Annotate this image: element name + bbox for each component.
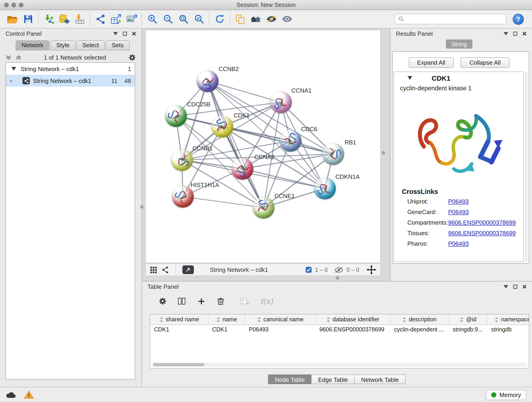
maximize-panel-icon[interactable] (513, 32, 517, 36)
disclosure-triangle-icon[interactable] (407, 76, 412, 80)
splitter-handle[interactable] (382, 151, 385, 154)
table-cell[interactable]: cyclin-dependent ... (390, 325, 449, 334)
network-node-cdc6[interactable] (279, 130, 302, 152)
function-builder-icon[interactable]: f(x) (260, 297, 273, 306)
save-session-button[interactable] (20, 12, 36, 26)
hidden-eye-slash-icon[interactable] (334, 266, 344, 274)
column-header-canonical-name[interactable]: canonical name (245, 314, 316, 325)
crosslink-link[interactable]: P06493 (448, 209, 469, 216)
disclosure-triangle-icon[interactable] (12, 67, 16, 70)
maximize-panel-icon[interactable] (513, 284, 517, 288)
refresh-view-button[interactable] (212, 12, 227, 26)
tab-sets[interactable]: Sets (106, 40, 129, 51)
table-cell[interactable]: 9606.ENSP00000378699 (316, 325, 390, 334)
maximize-panel-icon[interactable] (123, 32, 127, 36)
selected-checkbox-icon[interactable] (305, 266, 312, 273)
zoom-fit-button[interactable] (176, 12, 191, 26)
cloud-icon[interactable] (6, 391, 17, 399)
open-in-window-button[interactable] (182, 265, 194, 274)
table-cell[interactable]: CDK1 (150, 325, 209, 334)
gear-icon[interactable] (158, 297, 167, 305)
new-network-button[interactable] (93, 12, 108, 26)
network-node-ccnb2[interactable] (196, 70, 219, 92)
expand-all-button[interactable]: Expand All (409, 57, 454, 68)
import-network-from-database-button[interactable] (56, 12, 72, 26)
import-network-from-file-button[interactable] (41, 12, 56, 26)
table-cell[interactable]: CDK1 (209, 325, 245, 334)
share-network-small-icon[interactable] (161, 266, 169, 274)
close-panel-icon[interactable] (522, 284, 526, 288)
export-network-image-button[interactable] (124, 12, 139, 26)
import-table-from-file-button[interactable] (72, 12, 88, 26)
search-input[interactable] (407, 15, 503, 23)
warning-icon[interactable] (24, 390, 34, 399)
tab-node-table[interactable]: Node Table (268, 375, 312, 384)
scrollbar-thumb[interactable] (153, 363, 204, 366)
show-columns-icon[interactable] (177, 297, 186, 306)
splitter-handle[interactable] (140, 205, 143, 209)
zoom-in-button[interactable] (144, 12, 160, 26)
horizontal-scrollbar[interactable] (152, 363, 527, 367)
network-node-ccna1[interactable] (270, 91, 292, 113)
crosslink-link[interactable]: P06493 (448, 198, 469, 205)
network-collection-row[interactable]: String Network – cdk1 1 (6, 63, 135, 75)
birdseye-view-icon[interactable] (150, 266, 157, 274)
column-header-description[interactable]: description (390, 314, 449, 325)
float-panel-icon[interactable] (504, 32, 508, 35)
gear-icon[interactable] (128, 53, 136, 61)
tab-edge-table[interactable]: Edge Table (311, 375, 355, 384)
column-header-namespace[interactable]: namespace (488, 314, 529, 325)
table-cell[interactable]: P06493 (245, 325, 316, 334)
results-scrollbar[interactable] (525, 71, 528, 262)
delete-table-icon-disabled[interactable] (240, 297, 250, 306)
help-button[interactable]: ? (513, 13, 524, 25)
open-session-button[interactable] (5, 12, 20, 26)
column-header-database-identifier[interactable]: database identifier (316, 314, 390, 325)
crosslink-link[interactable]: 9606.ENSP00000378699 (448, 230, 516, 236)
column-header-name[interactable]: name (209, 314, 245, 325)
tab-string[interactable]: String (446, 39, 472, 49)
delete-column-icon[interactable] (216, 297, 225, 306)
tab-network-table[interactable]: Network Table (354, 375, 405, 384)
copy-document-button[interactable] (232, 12, 248, 26)
expand-all-icon[interactable] (16, 54, 22, 60)
close-panel-icon[interactable] (132, 32, 136, 36)
float-panel-icon[interactable] (504, 285, 508, 288)
node-label-ccne1: CCNE1 (274, 192, 295, 199)
network-node-ccnb1[interactable] (171, 149, 193, 171)
tab-network[interactable]: Network (16, 40, 49, 51)
float-panel-icon[interactable] (113, 32, 118, 35)
tab-select[interactable]: Select (76, 40, 105, 51)
tab-style[interactable]: Style (50, 40, 75, 51)
zoom-selected-button[interactable] (191, 12, 207, 26)
network-node-cdc25b[interactable] (165, 105, 187, 127)
layout-button[interactable] (248, 12, 264, 26)
column-header-shared-name[interactable]: shared name (150, 314, 209, 325)
network-node-cdk1[interactable] (211, 115, 233, 138)
crosslink-link[interactable]: 9606.ENSP00000378699 (448, 219, 516, 226)
network-node-cdkn1a[interactable] (314, 177, 336, 199)
crosslink-link[interactable]: P06493 (448, 240, 469, 247)
add-column-icon[interactable] (197, 297, 206, 306)
network-node-ccna2[interactable] (231, 158, 253, 180)
zoom-out-button[interactable] (160, 12, 176, 26)
gene-section-header[interactable]: CDK1 (394, 72, 523, 84)
collapse-all-button[interactable]: Collapse All (461, 57, 510, 68)
network-canvas[interactable]: CCNB2CCNA1CDC25BCDK1CDC6RB1CCNB1CCNA2CDK… (145, 30, 381, 263)
network-node-hist1h1a[interactable] (172, 186, 194, 208)
collapse-all-icon[interactable] (6, 54, 12, 60)
close-panel-icon[interactable] (522, 32, 526, 36)
network-node-ccne1[interactable] (253, 197, 274, 219)
network-node-rb1[interactable] (322, 143, 344, 165)
table-row[interactable]: CDK1CDK1P064939606.ENSP00000378699cyclin… (150, 325, 529, 334)
network-row[interactable]: ● String Network – cdk1 11 48 (6, 75, 135, 87)
column-header-@id[interactable]: @id (449, 314, 488, 325)
memory-button[interactable]: Memory (486, 389, 526, 400)
show-all-button[interactable] (279, 12, 295, 26)
crosshair-icon[interactable] (367, 265, 376, 274)
new-network-from-table-button[interactable] (108, 12, 124, 26)
table-cell[interactable]: stringdb:9... (449, 325, 488, 334)
table-cell[interactable]: stringdb (488, 325, 529, 334)
hide-selected-button[interactable] (264, 12, 279, 26)
splitter-handle[interactable] (336, 276, 339, 280)
